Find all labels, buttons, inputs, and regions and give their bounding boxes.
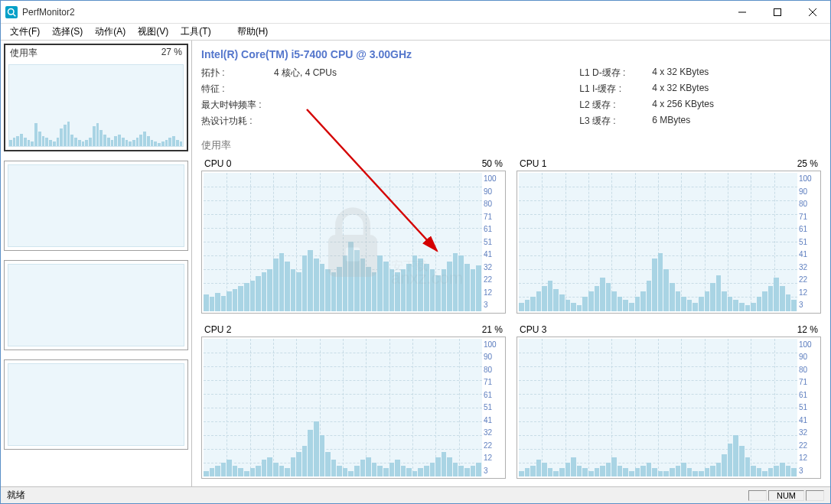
cpu-name: CPU 0 <box>204 158 231 169</box>
thumbnail-empty-1[interactable] <box>4 161 188 251</box>
cpu-card-3: CPU 312 %1009080716151413222123 <box>517 323 821 480</box>
info-label: L3 缓存 : <box>579 115 652 128</box>
cpu-percent: 25 % <box>797 158 818 169</box>
info-value: 4 x 32 KBytes <box>652 67 709 80</box>
cpu-percent: 12 % <box>797 324 818 335</box>
thumbnail-label: 使用率 <box>10 47 37 60</box>
main-panel: Intel(R) Core(TM) i5-7400 CPU @ 3.00GHz … <box>192 41 830 486</box>
sidebar: 使用率 27 % <box>1 41 192 486</box>
status-cell-empty2 <box>806 490 824 501</box>
titlebar: PerfMonitor2 <box>1 1 830 24</box>
cpu-chart: 1009080716151413222123 <box>517 337 821 480</box>
thumbnail-empty-3[interactable] <box>4 359 188 450</box>
minimize-button[interactable] <box>725 1 760 23</box>
svg-rect-3 <box>774 8 781 15</box>
menu-tools[interactable]: 工具(T) <box>174 24 217 40</box>
menu-help[interactable]: 帮助(H) <box>231 24 275 40</box>
maximize-button[interactable] <box>760 1 795 23</box>
chart-ylabels: 1009080716151413222123 <box>799 337 820 479</box>
info-value: 6 MBytes <box>652 115 690 128</box>
cpu-name: CPU 2 <box>204 324 231 335</box>
info-label: 特征 : <box>201 83 274 96</box>
window-controls <box>725 1 830 23</box>
info-value: 4 核心, 4 CPUs <box>274 67 337 80</box>
cpu-name: CPU 1 <box>520 158 546 169</box>
status-cell-num: NUM <box>768 490 804 501</box>
app-icon <box>5 6 18 18</box>
info-label: L2 缓存 : <box>579 99 652 112</box>
thumbnail-usage[interactable]: 使用率 27 % <box>4 44 188 151</box>
cpu-percent: 21 % <box>482 324 503 335</box>
status-cell-empty <box>748 490 767 501</box>
cpu-info-grid: 拓扑 :4 核心, 4 CPUs 特征 : 最大时钟频率 : 热设计功耗 : L… <box>201 67 821 128</box>
menu-view[interactable]: 视图(V) <box>132 24 174 40</box>
thumbnail-chart <box>8 64 184 147</box>
thumbnail-value: 27 % <box>161 47 182 60</box>
info-label: L1 D-缓存 : <box>579 67 652 80</box>
cpu-info-right: L1 D-缓存 :4 x 32 KBytes L1 I-缓存 :4 x 32 K… <box>579 67 714 128</box>
cpu-card-0: CPU 050 %1009080716151413222123 <box>201 157 506 314</box>
cpu-card-2: CPU 221 %1009080716151413222123 <box>201 323 506 480</box>
thumbnail-empty-2[interactable] <box>4 260 188 350</box>
chart-ylabels: 1009080716151413222123 <box>484 337 505 479</box>
chart-ylabels: 1009080716151413222123 <box>799 171 820 313</box>
thumbnail-header: 使用率 27 % <box>5 45 187 61</box>
chart-ylabels: 1009080716151413222123 <box>484 171 505 313</box>
statusbar: 就绪 NUM <box>1 486 830 503</box>
svg-point-0 <box>8 8 15 15</box>
section-title: 使用率 <box>201 138 821 152</box>
info-label: L1 I-缓存 : <box>579 83 652 96</box>
cpu-grid: CPU 050 %1009080716151413222123CPU 125 %… <box>201 157 821 479</box>
menu-select[interactable]: 选择(S) <box>46 24 89 40</box>
info-label: 最大时钟频率 : <box>201 99 274 112</box>
cpu-name: CPU 3 <box>520 324 546 335</box>
cpu-chart: 1009080716151413222123 <box>201 171 506 314</box>
status-text: 就绪 <box>7 489 25 502</box>
menubar: 文件(F) 选择(S) 动作(A) 视图(V) 工具(T) 帮助(H) <box>1 24 830 41</box>
cpu-chart: 1009080716151413222123 <box>517 171 821 314</box>
info-label: 热设计功耗 : <box>201 115 274 128</box>
menu-file[interactable]: 文件(F) <box>4 24 46 40</box>
cpu-info-left: 拓扑 :4 核心, 4 CPUs 特征 : 最大时钟频率 : 热设计功耗 : <box>201 67 337 128</box>
close-button[interactable] <box>795 1 830 23</box>
cpu-chart: 1009080716151413222123 <box>201 337 506 480</box>
menu-action[interactable]: 动作(A) <box>89 24 132 40</box>
info-value: 4 x 32 KBytes <box>652 83 709 96</box>
svg-line-1 <box>13 14 15 16</box>
cpu-card-1: CPU 125 %1009080716151413222123 <box>517 157 821 314</box>
cpu-percent: 50 % <box>482 158 503 169</box>
cpu-title: Intel(R) Core(TM) i5-7400 CPU @ 3.00GHz <box>201 48 821 60</box>
info-value: 4 x 256 KBytes <box>652 99 714 112</box>
window-title: PerfMonitor2 <box>22 7 725 18</box>
info-label: 拓扑 : <box>201 67 274 80</box>
client-area: 使用率 27 % Intel(R) Core(TM) i5-7400 CPU @… <box>1 41 830 486</box>
